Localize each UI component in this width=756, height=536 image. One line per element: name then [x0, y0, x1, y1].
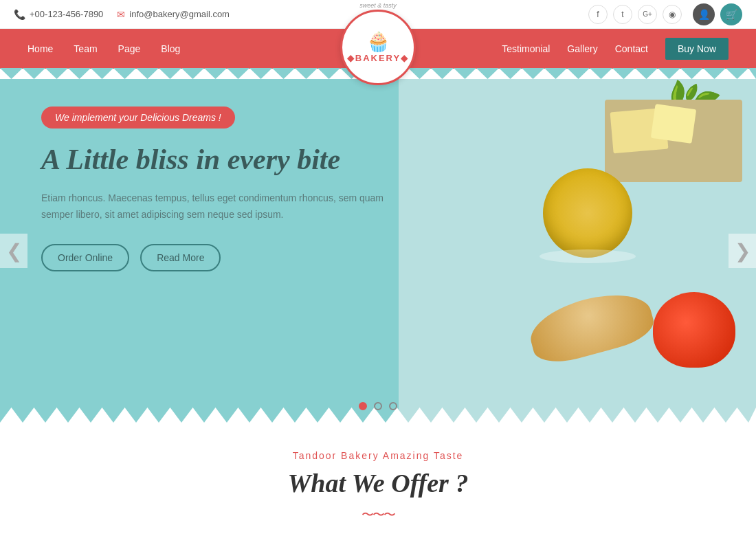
hero-description: Etiam rhoncus. Maecenas tempus, tellus e… [41, 190, 399, 223]
hero-title: A Little bliss in every bite [41, 142, 399, 177]
twitter-icon[interactable]: t [613, 5, 632, 24]
nav-right: Testimonial Gallery Contact Buy Now [502, 38, 729, 60]
food-background: 🌿 [399, 79, 756, 423]
cart-button[interactable]: 🛒 [720, 3, 742, 25]
cheese-tray [605, 100, 742, 182]
nav-testimonial[interactable]: Testimonial [502, 41, 550, 57]
phone-icon: 📞 [14, 9, 25, 20]
hero-food-area: 🌿 [399, 79, 756, 423]
phone-number: +00-123-456-7890 [30, 9, 103, 19]
carousel-prev-button[interactable]: ❮ [0, 234, 27, 268]
order-online-button[interactable]: Order Online [41, 244, 129, 271]
oil-bowl [543, 168, 632, 258]
nav-blog[interactable]: Blog [161, 41, 180, 57]
nav-gallery[interactable]: Gallery [567, 41, 597, 57]
carousel-next-button[interactable]: ❯ [729, 234, 756, 268]
top-actions: 👤 🛒 [693, 3, 742, 25]
google-plus-icon[interactable]: G+ [638, 5, 657, 24]
hero-badge: We implement your Delicious Dreams ! [41, 107, 235, 129]
email-address: info@bakery@gmail.com [129, 9, 230, 19]
nav-page[interactable]: Page [118, 41, 141, 57]
hero-content: We implement your Delicious Dreams ! A L… [41, 107, 399, 271]
hero-buttons: Order Online Read More [41, 244, 399, 271]
below-hero-section: Tandoor Bakery Amazing Taste What We Off… [0, 423, 756, 536]
nav-left: Home Team Page Blog [27, 41, 502, 57]
section-divider: 〜〜〜 [14, 506, 742, 523]
email-icon: ✉ [117, 9, 125, 20]
logo-circle: sweet & tasty 🧁 ◆BAKERY◆ [340, 10, 416, 85]
nav-contact[interactable]: Contact [615, 41, 648, 57]
carousel-dots [359, 402, 397, 410]
user-account-button[interactable]: 👤 [693, 3, 715, 25]
logo-name: ◆BAKERY◆ [347, 53, 409, 63]
logo-cupcake-icon: 🧁 [366, 32, 390, 52]
section-main-title: What We Offer ? [14, 468, 742, 498]
buy-now-button[interactable]: Buy Now [665, 38, 729, 60]
facebook-icon[interactable]: f [588, 5, 608, 24]
navbar-wrapper: sweet & tasty 🧁 ◆BAKERY◆ Home Team Page … [0, 29, 756, 79]
logo-tagline: sweet & tasty [357, 2, 399, 9]
tomato [653, 292, 735, 368]
bread [524, 284, 658, 369]
carousel-dot-1[interactable] [359, 402, 367, 410]
nav-home[interactable]: Home [27, 41, 53, 57]
cheese-piece-2 [651, 104, 696, 144]
section-sub-title: Tandoor Bakery Amazing Taste [14, 450, 742, 461]
nav-team[interactable]: Team [74, 41, 97, 57]
read-more-button[interactable]: Read More [140, 244, 221, 271]
phone-contact: 📞 +00-123-456-7890 [14, 9, 103, 20]
wave-decoration: 〜〜〜 [362, 506, 394, 523]
email-contact: ✉ info@bakery@gmail.com [117, 9, 230, 20]
social-links: f t G+ ◉ 👤 🛒 [588, 3, 742, 25]
carousel-dot-3[interactable] [389, 402, 397, 410]
carousel-dot-2[interactable] [374, 402, 382, 410]
instagram-icon[interactable]: ◉ [663, 5, 682, 24]
contact-info: 📞 +00-123-456-7890 ✉ info@bakery@gmail.c… [14, 9, 588, 20]
hero-section: 🌿 We implement your Delicious Dreams ! A… [0, 79, 756, 423]
